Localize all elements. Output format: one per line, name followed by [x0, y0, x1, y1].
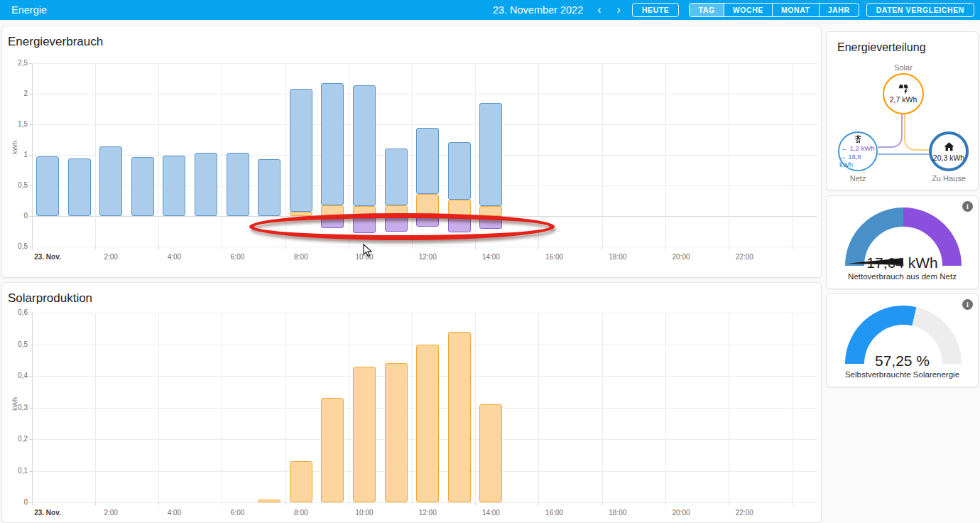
bar-return-to-grid[interactable]: [448, 216, 471, 232]
tab-jahr[interactable]: JAHR: [819, 4, 859, 16]
x-tick-mark: [792, 502, 793, 505]
bar-grid-consumption[interactable]: [385, 149, 408, 205]
bar-return-to-grid[interactable]: [385, 216, 408, 232]
x-tick-mark: [729, 502, 729, 505]
x-gridline: [412, 313, 413, 502]
tab-woche[interactable]: WOCHE: [724, 4, 772, 16]
x-tick-mark: [412, 502, 413, 505]
bar-grid-consumption[interactable]: [195, 153, 217, 216]
bar-grid-consumption[interactable]: [321, 83, 344, 205]
prev-day-button[interactable]: ‹: [593, 3, 605, 17]
x-tick-label: 2:00: [88, 509, 134, 517]
y-tick-label: 0: [4, 498, 28, 506]
x-tick-label: 10:00: [342, 253, 387, 261]
bar-solar-production[interactable]: [321, 398, 344, 502]
y-tick-label: 2,5: [4, 59, 28, 67]
bar-grid-consumption[interactable]: [416, 128, 439, 194]
bar-solar-self-consumption[interactable]: [321, 205, 344, 216]
bar-grid-consumption[interactable]: [131, 157, 154, 216]
bar-solar-self-consumption[interactable]: [416, 194, 439, 216]
y-gridline: [32, 94, 817, 95]
bar-solar-production[interactable]: [353, 367, 376, 502]
bar-grid-consumption[interactable]: [479, 103, 502, 206]
bar-grid-consumption[interactable]: [36, 156, 59, 216]
bar-solar-production[interactable]: [479, 404, 502, 502]
bar-return-to-grid[interactable]: [321, 216, 344, 228]
x-tick-label: 6:00: [215, 509, 261, 517]
bar-grid-consumption[interactable]: [99, 146, 122, 216]
bar-return-to-grid[interactable]: [479, 216, 502, 229]
x-tick-label: 23. Nov.: [25, 253, 70, 261]
compare-data-button[interactable]: DATEN VERGLEICHEN: [866, 3, 974, 17]
x-gridline: [95, 63, 96, 247]
bar-solar-self-consumption[interactable]: [290, 212, 312, 216]
bar-solar-self-consumption[interactable]: [448, 200, 471, 216]
bar-return-to-grid[interactable]: [353, 216, 376, 233]
y-tick-label: 0,4: [4, 372, 28, 379]
bar-solar-production[interactable]: [448, 332, 471, 502]
energy-distribution-card: Energieverteilung Solar 2,7 kWh ← 1,2 kW…: [826, 31, 979, 190]
tab-monat[interactable]: MONAT: [772, 4, 819, 16]
bar-grid-consumption[interactable]: [68, 158, 91, 216]
y-gridline: [32, 124, 817, 125]
y-tick-label: 2: [4, 90, 28, 97]
x-tick-label: 18:00: [595, 253, 641, 261]
x-tick-mark: [222, 502, 222, 505]
x-tick-label: 6:00: [215, 253, 261, 261]
grid-node[interactable]: ← 1,2 kWh → 18,8 kWh: [838, 131, 878, 171]
x-tick-label: 10:00: [342, 509, 387, 517]
x-tick-mark: [602, 247, 603, 249]
date-label: 23. November 2022: [493, 4, 583, 16]
solar-node-value: 2,7 kWh: [890, 95, 918, 104]
bar-solar-self-consumption[interactable]: [385, 205, 408, 217]
solar-panel-icon: [898, 84, 910, 95]
y-tick-label: 0,2: [4, 435, 28, 443]
x-gridline: [412, 63, 413, 247]
info-icon[interactable]: i: [962, 201, 973, 212]
grid-import-value: → 18,8 kWh: [839, 153, 876, 169]
x-tick-mark: [158, 247, 159, 249]
bar-solar-production[interactable]: [258, 500, 281, 502]
next-day-button[interactable]: ›: [613, 3, 625, 17]
bar-return-to-grid[interactable]: [416, 216, 439, 227]
self-consumed-solar-gauge-card: i 57,25 % Selbstverbrauchte Solarenergie: [826, 293, 979, 387]
tab-tag[interactable]: TAG: [690, 4, 723, 16]
x-gridline: [602, 63, 603, 247]
bar-grid-consumption[interactable]: [353, 85, 376, 206]
x-gridline: [349, 313, 349, 502]
x-tick-label: 4:00: [151, 509, 197, 517]
x-gridline: [475, 63, 476, 247]
x-tick-label: 8:00: [278, 509, 324, 517]
x-tick-label: 12:00: [405, 253, 450, 261]
bar-grid-consumption[interactable]: [258, 159, 281, 216]
bar-solar-production[interactable]: [385, 363, 408, 502]
x-tick-mark: [95, 502, 96, 505]
y-tick-label: 0,6: [4, 308, 28, 316]
x-tick-mark: [349, 502, 349, 505]
bar-grid-consumption[interactable]: [163, 156, 185, 216]
x-gridline: [95, 313, 96, 502]
x-tick-mark: [412, 247, 413, 249]
x-tick-label: 20:00: [658, 509, 704, 517]
solar-chart-plot: 0,60,50,40,30,20,1023. Nov.2:004:006:008…: [32, 313, 817, 502]
x-gridline: [729, 63, 729, 247]
today-button[interactable]: HEUTE: [632, 3, 680, 17]
home-node[interactable]: 20,3 kWh: [929, 131, 969, 171]
x-gridline: [729, 313, 729, 502]
y-tick-label: 0: [4, 212, 28, 220]
bar-grid-consumption[interactable]: [290, 89, 312, 212]
solar-node[interactable]: 2,7 kWh: [883, 73, 924, 114]
x-tick-mark: [538, 502, 539, 505]
bar-solar-production[interactable]: [290, 461, 312, 502]
x-gridline: [665, 313, 666, 502]
x-gridline: [602, 313, 603, 502]
bar-solar-production[interactable]: [416, 345, 439, 503]
bar-grid-consumption[interactable]: [227, 153, 249, 216]
info-icon[interactable]: i: [962, 299, 973, 310]
bar-grid-consumption[interactable]: [448, 142, 471, 200]
bar-solar-self-consumption[interactable]: [353, 206, 376, 216]
x-gridline: [285, 63, 286, 247]
net-consumption-gauge-card: i 17,64 kWh Nettoverbrauch aus dem Netz: [826, 195, 979, 289]
x-tick-label: 22:00: [722, 253, 767, 261]
bar-solar-self-consumption[interactable]: [479, 206, 502, 216]
